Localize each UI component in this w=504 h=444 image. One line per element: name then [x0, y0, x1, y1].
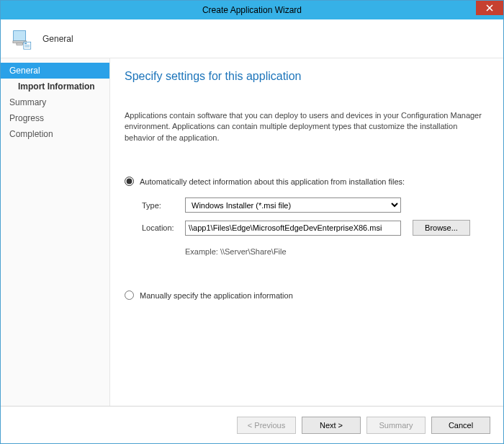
sidebar: General Import Information Summary Progr…	[1, 58, 110, 406]
svg-rect-8	[24, 46, 30, 47]
auto-detect-form: Type: Windows Installer (*.msi file) Loc…	[142, 197, 486, 243]
location-label: Location:	[142, 223, 185, 232]
cancel-button[interactable]: Cancel	[431, 417, 490, 434]
svg-rect-6	[24, 43, 27, 43]
previous-button: < Previous	[237, 417, 296, 434]
radio-auto-detect-label: Automatically detect information about t…	[140, 177, 405, 186]
title-bar: Create Application Wizard	[1, 1, 503, 19]
location-input[interactable]	[185, 221, 401, 236]
radio-auto-detect-input[interactable]	[125, 177, 134, 186]
sidebar-item-summary[interactable]: Summary	[1, 94, 109, 110]
next-button[interactable]: Next >	[302, 417, 361, 434]
sidebar-item-general[interactable]: General	[1, 63, 109, 79]
content-area: Specify settings for this application Ap…	[110, 58, 503, 406]
footer: < Previous Next > Summary Cancel	[1, 406, 503, 443]
sidebar-item-progress[interactable]: Progress	[1, 110, 109, 126]
radio-manual[interactable]: Manually specify the application informa…	[125, 290, 486, 300]
svg-rect-7	[24, 45, 30, 45]
svg-rect-2	[14, 30, 26, 40]
type-label: Type:	[142, 201, 185, 210]
close-icon	[486, 4, 493, 12]
location-row: Location: Browse...	[142, 220, 486, 236]
summary-button: Summary	[366, 417, 426, 434]
browse-button[interactable]: Browse...	[413, 220, 470, 236]
banner-title: General	[42, 34, 73, 44]
sidebar-item-completion[interactable]: Completion	[1, 126, 109, 142]
page-heading: Specify settings for this application	[125, 70, 486, 83]
location-example: Example: \\Server\Share\File	[185, 247, 486, 256]
svg-rect-4	[17, 43, 22, 45]
page-description: Applications contain software that you c…	[125, 110, 486, 143]
sidebar-item-import-information[interactable]: Import Information	[1, 79, 109, 94]
banner: General	[1, 19, 503, 58]
application-icon	[9, 27, 34, 51]
type-select[interactable]: Windows Installer (*.msi file)	[185, 197, 401, 213]
type-row: Type: Windows Installer (*.msi file)	[142, 197, 486, 213]
wizard-body: General Import Information Summary Progr…	[1, 58, 503, 406]
wizard-window: Create Application Wizard General Genera…	[0, 0, 504, 444]
radio-manual-label: Manually specify the application informa…	[140, 291, 293, 300]
radio-auto-detect[interactable]: Automatically detect information about t…	[125, 177, 486, 186]
radio-manual-input[interactable]	[125, 290, 134, 300]
window-title: Create Application Wizard	[202, 5, 302, 15]
close-button[interactable]	[476, 1, 503, 15]
